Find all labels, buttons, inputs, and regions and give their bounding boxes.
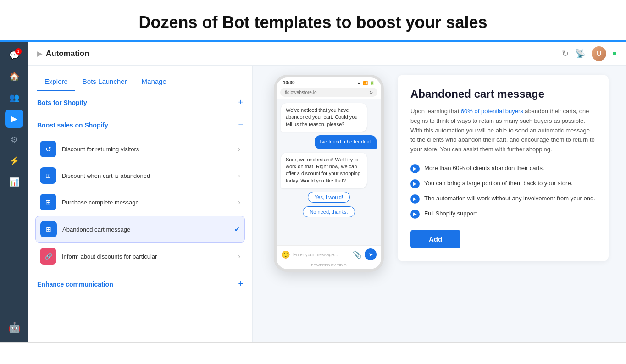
phone-chat-area: We've noticed that you have abandoned yo… bbox=[277, 99, 381, 245]
main-area: ▶ Automation ↻ 📡 U Explore Bots Launcher… bbox=[28, 42, 626, 342]
refresh-icon[interactable]: ↻ bbox=[562, 49, 569, 59]
phone-send-button[interactable]: ➤ bbox=[365, 248, 377, 260]
info-title: Abandoned cart message bbox=[410, 88, 596, 100]
scroll-divider bbox=[255, 66, 255, 342]
bullet-icon-3: ▶ bbox=[410, 194, 420, 204]
info-bullets-list: ▶ More than 60% of clients abandon their… bbox=[410, 164, 596, 219]
bullet-icon-2: ▶ bbox=[410, 179, 420, 188]
info-description: Upon learning that 60% of potential buye… bbox=[410, 107, 596, 154]
bot-icon: 🤖 bbox=[8, 322, 21, 334]
toggle-icon-boost-sales: − bbox=[238, 120, 243, 130]
bot-icon-discount-cart: ⊞ bbox=[40, 167, 56, 184]
home-icon: 🏠 bbox=[9, 72, 19, 82]
emoji-icon: 🙂 bbox=[281, 250, 290, 259]
settings-icon: ⚙ bbox=[11, 135, 18, 145]
tab-explore[interactable]: Explore bbox=[37, 73, 75, 91]
sidebar-icon-analytics[interactable]: 📊 bbox=[5, 173, 23, 191]
info-panel: Abandoned cart message Upon learning tha… bbox=[398, 75, 609, 261]
chat-action-yes[interactable]: Yes, I would! bbox=[308, 192, 350, 203]
info-desc-before: Upon learning that bbox=[410, 108, 461, 115]
bullet-icon-4: ▶ bbox=[410, 210, 420, 219]
avatar: U bbox=[592, 46, 606, 61]
chat-bubble-user-1: I've found a better deal. bbox=[315, 135, 377, 149]
category-boost-sales: Boost sales on Shopify − ↺ Discount for … bbox=[28, 114, 252, 273]
sidebar-icon-bot[interactable]: 🤖 bbox=[5, 319, 23, 337]
bullet-label-2: You can bring a large portion of them ba… bbox=[424, 179, 572, 188]
chevron-icon-discount-cart: › bbox=[238, 172, 240, 179]
wifi-icon[interactable]: 📡 bbox=[575, 49, 585, 59]
right-panel: 10:30 ▲ 📶 🔋 tidiowebstore.io ↻ We've not… bbox=[257, 66, 626, 342]
header-right: ↻ 📡 U bbox=[562, 46, 616, 61]
phone-time: 10:30 bbox=[283, 80, 295, 85]
sidebar-icon-chat[interactable]: 💬 1 bbox=[5, 46, 23, 65]
sidebar-icon-filters[interactable]: ⚡ bbox=[5, 152, 23, 170]
tabs: Explore Bots Launcher Manage bbox=[28, 66, 252, 91]
category-header-enhance[interactable]: Enhance communication + bbox=[35, 273, 245, 295]
chevron-icon-inform-discounts: › bbox=[238, 253, 240, 260]
bullet-label-1: More than 60% of clients abandon their c… bbox=[424, 164, 544, 173]
phone-powered-by: POWERED BY TIDIO bbox=[277, 263, 381, 269]
tab-manage[interactable]: Manage bbox=[134, 73, 174, 91]
content-body: Explore Bots Launcher Manage Bots for Sh… bbox=[28, 66, 626, 342]
header-play-icon: ▶ bbox=[37, 50, 42, 57]
chevron-icon-purchase-complete: › bbox=[238, 199, 240, 206]
info-bullet-4: ▶ Full Shopify support. bbox=[410, 209, 596, 219]
bullet-icon-1: ▶ bbox=[410, 164, 420, 173]
category-label-boost-sales: Boost sales on Shopify bbox=[37, 121, 108, 129]
attachment-icon: 📎 bbox=[353, 250, 362, 259]
phone-browser-bar: tidiowebstore.io ↻ bbox=[280, 88, 377, 97]
category-header-boost-sales[interactable]: Boost sales on Shopify − bbox=[35, 114, 245, 136]
add-button[interactable]: Add bbox=[410, 230, 460, 248]
left-panel: Explore Bots Launcher Manage Bots for Sh… bbox=[28, 66, 253, 342]
bullet-label-3: The automation will work without any inv… bbox=[424, 194, 595, 203]
sidebar-badge: 1 bbox=[15, 48, 22, 55]
sidebar-icon-home[interactable]: 🏠 bbox=[5, 67, 23, 86]
sidebar-icon-users[interactable]: 👥 bbox=[5, 88, 23, 107]
tab-bots-launcher[interactable]: Bots Launcher bbox=[75, 73, 134, 91]
sidebar-icon-automation[interactable]: ▶ bbox=[5, 110, 23, 128]
list-item[interactable]: ⊞ Discount when cart is abandoned › bbox=[35, 163, 245, 188]
sidebar-icon-settings[interactable]: ⚙ bbox=[5, 131, 23, 149]
list-item[interactable]: 🔗 Inform about discounts for particular … bbox=[35, 243, 245, 269]
bot-icon-inform-discounts: 🔗 bbox=[40, 248, 56, 265]
phone-input-placeholder[interactable]: Enter your message... bbox=[293, 252, 350, 257]
sidebar: 💬 1 🏠 👥 ▶ ⚙ ⚡ 📊 🤖 bbox=[0, 42, 28, 342]
bullet-label-4: Full Shopify support. bbox=[424, 209, 479, 218]
category-label-enhance: Enhance communication bbox=[37, 281, 113, 288]
header: ▶ Automation ↻ 📡 U bbox=[28, 42, 626, 66]
list-item[interactable]: ↺ Discount for returning visitors › bbox=[35, 136, 245, 162]
list-item[interactable]: ⊞ Purchase complete message › bbox=[35, 189, 245, 215]
sidebar-bottom: 🤖 bbox=[5, 319, 23, 342]
phone-status-bar: 10:30 ▲ 📶 🔋 bbox=[277, 77, 381, 86]
chat-action-no[interactable]: No need, thanks. bbox=[303, 206, 355, 217]
header-title-group: ▶ Automation bbox=[37, 49, 89, 58]
info-bullet-2: ▶ You can bring a large portion of them … bbox=[410, 179, 596, 188]
category-label-bots-shopify: Bots for Shopify bbox=[37, 99, 87, 106]
info-desc-highlight: 60% of potential buyers bbox=[461, 108, 523, 115]
chat-bubble-bot-2: Sure, we understand! We'll try to work o… bbox=[281, 153, 367, 188]
battery-icon: 🔋 bbox=[370, 81, 375, 85]
chat-bubble-bot-1: We've noticed that you have abandoned yo… bbox=[281, 103, 367, 132]
bot-label-discount-returning: Discount for returning visitors bbox=[62, 146, 233, 153]
bot-list-boost-sales: ↺ Discount for returning visitors › ⊞ Di… bbox=[35, 136, 245, 273]
list-item[interactable]: ⊞ Abandoned cart message ✔ bbox=[35, 216, 245, 243]
category-bots-shopify: Bots for Shopify + bbox=[28, 91, 252, 114]
phone-input-area: 🙂 Enter your message... 📎 ➤ bbox=[277, 245, 381, 263]
phone-mockup: 10:30 ▲ 📶 🔋 tidiowebstore.io ↻ We've not… bbox=[274, 75, 384, 272]
hero-title: Dozens of Bot templates to boost your sa… bbox=[9, 13, 617, 32]
analytics-icon: 📊 bbox=[9, 177, 19, 187]
bot-label-discount-cart: Discount when cart is abandoned bbox=[62, 172, 233, 179]
wifi-status-icon: 📶 bbox=[363, 81, 368, 85]
info-bullet-3: ▶ The automation will work without any i… bbox=[410, 194, 596, 204]
signal-icon: ▲ bbox=[357, 81, 361, 85]
automation-icon: ▶ bbox=[11, 114, 17, 124]
filters-icon: ⚡ bbox=[9, 156, 19, 166]
app-shell: 💬 1 🏠 👥 ▶ ⚙ ⚡ 📊 🤖 ▶ bbox=[0, 40, 626, 343]
category-enhance-communication: Enhance communication + bbox=[28, 273, 252, 295]
users-icon: 👥 bbox=[9, 93, 19, 103]
category-header-bots-shopify[interactable]: Bots for Shopify + bbox=[35, 91, 245, 114]
bot-label-abandoned-cart: Abandoned cart message bbox=[62, 226, 229, 233]
bot-label-inform-discounts: Inform about discounts for particular bbox=[62, 253, 233, 260]
page-hero: Dozens of Bot templates to boost your sa… bbox=[0, 0, 626, 40]
bot-icon-purchase-complete: ⊞ bbox=[40, 194, 56, 210]
